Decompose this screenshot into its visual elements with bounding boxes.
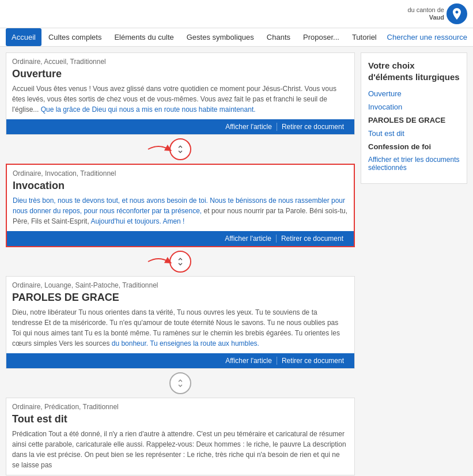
nav-item-chants[interactable]: Chants [261,28,296,46]
card-invocation-retirer[interactable]: Retirer ce document [277,235,348,243]
card-paroles-body: Dieu, notre libérateur Tu nous orientes … [6,307,354,353]
card-ouverture-afficher[interactable]: Afficher l'article [221,123,277,131]
card-ouverture-retirer[interactable]: Retirer ce document [277,123,349,131]
card-ouverture-title: Ouverture [6,68,354,84]
nav-item-accueil[interactable]: Accueil [6,28,41,46]
card-invocation: Ordinaire, Invocation, Traditionnel Invo… [6,164,355,247]
header-logo: du canton de Vaud [407,3,467,24]
logo-icon [446,3,467,24]
card-invocation-afficher[interactable]: Afficher l'article [220,235,277,243]
page-layout: Ordinaire, Accueil, Traditionnel Ouvertu… [0,47,473,476]
sidebar-item-invocation[interactable]: Invocation [368,103,460,111]
card-ouverture-body: Accueil Vous êtes venus ! Vous avez glis… [6,84,354,119]
card-paroles-retirer[interactable]: Retirer ce document [277,357,349,365]
nav-item-elements[interactable]: Eléments du culte [108,28,179,46]
nav-item-tutoriel[interactable]: Tutoriel [346,28,383,46]
sidebar-title: Votre choix d'éléments liturgiques [368,60,460,82]
card-invocation-actions: Afficher l'article Retirer ce document [7,231,354,246]
card-toutestdit-meta: Ordinaire, Prédication, Traditionnel [6,398,354,413]
nav-item-proposer[interactable]: Proposer... [297,28,345,46]
sidebar-item-ouverture[interactable]: Ouverture [368,89,460,98]
logo-line1: du canton de [407,6,444,13]
card-toutestdit: Ordinaire, Prédication, Traditionnel Tou… [6,398,355,475]
sort-handle-3 [6,369,355,398]
card-ouverture-meta: Ordinaire, Accueil, Traditionnel [6,53,354,68]
sidebar-item-paroles[interactable]: PAROLES DE GRACE [368,116,460,124]
main-content: Ordinaire, Accueil, Traditionnel Ouvertu… [6,52,355,475]
sidebar-item-toutestdit[interactable]: Tout est dit [368,129,460,138]
logo-text: du canton de Vaud [407,6,444,21]
card-paroles-meta: Ordinaire, Louange, Saint-Patoche, Tradi… [6,277,354,292]
sidebar-action[interactable]: Afficher et trier les documents sélectio… [368,156,460,172]
sort-arrow-1 [147,141,175,157]
header: du canton de Vaud [0,0,473,28]
sort-arrow-2 [147,254,175,270]
nav-search[interactable]: Chercher une ressource [387,33,467,41]
sidebar-item-confession[interactable]: Confession de foi [368,142,460,151]
card-paroles-afficher[interactable]: Afficher l'article [221,357,277,365]
card-ouverture-actions: Afficher l'article Retirer ce document [6,119,354,134]
card-paroles: Ordinaire, Louange, Saint-Patoche, Tradi… [6,276,355,369]
card-toutestdit-title: Tout est dit [6,413,354,429]
card-invocation-title: Invocation [7,180,354,195]
sort-handle-1 [6,135,355,164]
sidebar-box: Votre choix d'éléments liturgiques Ouver… [361,52,467,184]
nav-item-cultes[interactable]: Cultes complets [43,28,107,46]
card-invocation-meta: Ordinaire, Invocation, Traditionnel [7,165,354,180]
nav-item-gestes[interactable]: Gestes symboliques [181,28,260,46]
sort-circle-3[interactable] [169,372,191,394]
sort-handle-2 [6,247,355,276]
nav: Accueil Cultes complets Eléments du cult… [0,28,473,47]
card-ouverture: Ordinaire, Accueil, Traditionnel Ouvertu… [6,52,355,135]
logo-line2: Vaud [429,14,444,21]
sidebar: Votre choix d'éléments liturgiques Ouver… [361,52,467,475]
card-paroles-title: PAROLES DE GRACE [6,292,354,307]
card-toutestdit-body: Prédication Tout a été donné, il n'y a r… [6,429,354,475]
card-invocation-body: Dieu très bon, nous te devons tout, et n… [7,195,354,231]
card-paroles-actions: Afficher l'article Retirer ce document [6,353,354,368]
